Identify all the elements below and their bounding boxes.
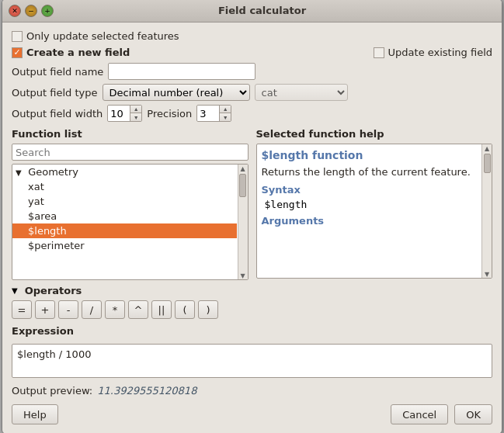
update-existing-checkbox[interactable] xyxy=(374,47,384,58)
tree-item-length[interactable]: $length xyxy=(12,223,237,238)
update-selected-label: Only update selected features xyxy=(26,30,179,42)
output-type-select[interactable]: Decimal number (real) xyxy=(103,84,250,101)
checkmark-icon: ✓ xyxy=(13,47,20,57)
operators-row: = + - / * ^ || ( ) xyxy=(12,300,492,319)
top-options-row: Only update selected features xyxy=(12,30,492,42)
width-input[interactable] xyxy=(108,106,130,121)
tree-item-area[interactable]: $area xyxy=(12,209,237,223)
function-list-panel: Function list ▼ Geometry xat yat $area $… xyxy=(12,128,249,280)
help-scrollbar-thumb[interactable] xyxy=(484,154,491,173)
help-arguments-label: Arguments xyxy=(262,215,488,227)
close-button[interactable]: ✕ xyxy=(9,5,21,17)
output-preview-value: 11.3929555120818 xyxy=(97,385,196,397)
precision-arrows: ▲ ▼ xyxy=(219,106,231,121)
update-existing-row: Update existing field xyxy=(374,47,492,58)
expression-input[interactable]: $length / 1000 xyxy=(12,344,492,378)
tree-item-yat[interactable]: yat xyxy=(12,194,237,209)
output-preview-label: Output preview: xyxy=(12,385,92,397)
help-syntax-label: Syntax xyxy=(262,184,488,196)
output-width-label: Output field width xyxy=(12,108,103,120)
expand-arrow-icon: ▼ xyxy=(16,168,25,177)
help-content: $length function Returns the length of t… xyxy=(256,144,493,279)
bottom-buttons-row: Help Cancel OK xyxy=(12,404,492,426)
op-concat-button[interactable]: || xyxy=(151,300,172,319)
tree-scroll-down-icon[interactable]: ▼ xyxy=(240,273,245,279)
create-new-field-checkbox[interactable]: ✓ xyxy=(12,47,23,58)
operators-header: ▼ Operators xyxy=(12,285,492,296)
function-list-title: Function list xyxy=(12,128,249,140)
minimize-icon: − xyxy=(28,7,34,15)
help-description: Returns the length of the current featur… xyxy=(262,166,488,178)
output-name-label: Output field name xyxy=(12,66,103,78)
ok-button[interactable]: OK xyxy=(454,404,492,424)
cancel-button[interactable]: Cancel xyxy=(391,404,448,424)
right-buttons: Cancel OK xyxy=(391,404,492,424)
precision-label: Precision xyxy=(147,108,192,120)
update-selected-checkbox[interactable] xyxy=(12,31,23,42)
help-syntax-code: $length xyxy=(265,199,488,210)
close-icon: ✕ xyxy=(12,7,18,15)
update-selected-row: Only update selected features xyxy=(12,30,179,42)
preview-row: Output preview: 11.3929555120818 xyxy=(12,385,492,397)
precision-down-button[interactable]: ▼ xyxy=(220,113,231,121)
op-open-paren-button[interactable]: ( xyxy=(175,300,195,319)
field-mode-row: ✓ Create a new field Update existing fie… xyxy=(12,47,492,58)
geometry-group-label: Geometry xyxy=(28,166,78,178)
minimize-button[interactable]: − xyxy=(25,5,37,17)
geometry-group[interactable]: ▼ Geometry xyxy=(12,165,237,179)
precision-spinbox: ▲ ▼ xyxy=(196,105,231,122)
output-name-row: Output field name xyxy=(12,63,492,80)
output-type-row: Output field type Decimal number (real) … xyxy=(12,84,492,101)
maximize-button[interactable]: + xyxy=(41,5,54,17)
op-close-paren-button[interactable]: ) xyxy=(198,300,218,319)
tree-item-perimeter[interactable]: $perimeter xyxy=(12,238,237,253)
expression-section: Expression $length / 1000 Output preview… xyxy=(12,325,492,397)
maximize-icon: + xyxy=(44,7,50,15)
tree-item-xat[interactable]: xat xyxy=(12,179,237,194)
operators-title: Operators xyxy=(25,285,82,296)
help-scroll-up-icon[interactable]: ▲ xyxy=(485,146,489,152)
operators-section: ▼ Operators = + - / * ^ || ( ) xyxy=(12,285,492,319)
precision-input[interactable] xyxy=(197,106,219,121)
create-new-field-row: ✓ Create a new field xyxy=(12,47,130,58)
help-scroll-down-icon[interactable]: ▼ xyxy=(485,272,489,278)
help-button[interactable]: Help xyxy=(12,404,58,424)
op-divide-button[interactable]: / xyxy=(82,300,102,319)
width-down-button[interactable]: ▼ xyxy=(130,113,141,121)
help-function-title: $length function xyxy=(262,149,488,161)
output-width-row: Output field width ▲ ▼ Precision ▲ ▼ xyxy=(12,105,492,122)
output-type-label: Output field type xyxy=(12,87,98,99)
create-new-field-label: Create a new field xyxy=(26,47,130,58)
function-tree[interactable]: ▼ Geometry xat yat $area $length $perime… xyxy=(12,164,249,280)
field-calculator-window: ✕ − + Field calculator Only update selec… xyxy=(2,0,502,433)
existing-field-select[interactable]: cat xyxy=(255,84,348,101)
op-power-button[interactable]: ^ xyxy=(128,300,148,319)
titlebar: ✕ − + Field calculator xyxy=(2,0,502,23)
main-two-col: Function list ▼ Geometry xat yat $area $… xyxy=(12,128,492,280)
update-existing-label: Update existing field xyxy=(388,47,492,58)
width-spinbox: ▲ ▼ xyxy=(107,105,142,122)
function-help-title: Selected function help xyxy=(256,128,493,140)
precision-up-button[interactable]: ▲ xyxy=(220,106,231,113)
width-arrows: ▲ ▼ xyxy=(130,106,141,121)
output-name-input[interactable] xyxy=(108,63,255,80)
op-plus-button[interactable]: + xyxy=(35,300,55,319)
width-up-button[interactable]: ▲ xyxy=(130,106,141,113)
op-multiply-button[interactable]: * xyxy=(105,300,125,319)
search-input[interactable] xyxy=(12,144,249,161)
operators-collapse-arrow-icon[interactable]: ▼ xyxy=(12,286,18,295)
expression-title: Expression xyxy=(12,325,492,337)
op-minus-button[interactable]: - xyxy=(58,300,78,319)
op-equals-button[interactable]: = xyxy=(12,300,32,319)
titlebar-buttons: ✕ − + xyxy=(9,5,54,17)
tree-scroll-up-icon[interactable]: ▲ xyxy=(240,166,245,172)
tree-scrollbar-thumb[interactable] xyxy=(239,174,246,197)
window-title: Field calculator xyxy=(60,5,464,16)
function-help-panel: Selected function help $length function … xyxy=(256,128,493,280)
